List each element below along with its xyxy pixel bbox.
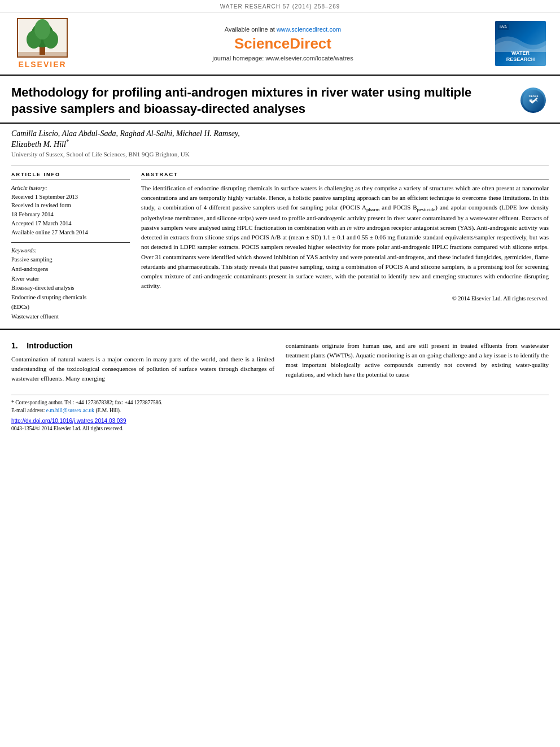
section-divider <box>11 165 549 166</box>
keyword-4: Bioassay-directed analysis <box>11 283 130 293</box>
intro-left-col: 1. Introduction Contamination of natural… <box>11 341 274 383</box>
header-center: Available online at www.sciencedirect.co… <box>79 18 487 69</box>
page-wrapper: WATER RESEARCH 57 (2014) 258–269 <box>0 0 560 431</box>
water-research-text: WATERRESEARCH <box>506 50 535 63</box>
journal-url: www.elsevier.com/locate/watres <box>265 55 353 62</box>
received-revised-label: Received in revised form <box>11 201 130 210</box>
abstract-text: The identification of endocrine disrupti… <box>141 184 549 291</box>
authors-line: Camilla Liscio, Alaa Abdul-Sada, Raghad … <box>11 129 549 149</box>
journal-homepage: journal homepage: www.elsevier.com/locat… <box>79 55 487 62</box>
journal-citation: WATER RESEARCH 57 (2014) 258–269 <box>220 3 340 10</box>
email-name: (E.M. Hill). <box>95 408 121 413</box>
abstract-copyright: © 2014 Elsevier Ltd. All rights reserved… <box>141 295 549 302</box>
doi-line: http://dx.doi.org/10.1016/j.watres.2014.… <box>11 418 549 424</box>
affiliation-line: University of Sussex, School of Life Sci… <box>11 151 549 158</box>
authors-text: Camilla Liscio, Alaa Abdul-Sada, Raghad … <box>11 129 240 138</box>
main-content: 1. Introduction Contamination of natural… <box>0 329 560 389</box>
crossmark-badge: Cross Mark <box>520 85 549 113</box>
intro-left-text: Contamination of natural waters is a maj… <box>11 355 274 383</box>
keywords-divider <box>11 242 130 243</box>
article-main-title: Methodology for profiling anti-androgen … <box>11 85 515 117</box>
abstract-label: ABSTRACT <box>141 172 549 177</box>
section-heading: Introduction <box>27 341 73 350</box>
doi-link[interactable]: http://dx.doi.org/10.1016/j.watres.2014.… <box>11 418 126 424</box>
article-title-text: Methodology for profiling anti-androgen … <box>11 85 515 117</box>
article-title-section: Methodology for profiling anti-androgen … <box>0 76 560 124</box>
svg-point-5 <box>34 19 50 40</box>
keyword-3: River water <box>11 274 130 284</box>
issn-line: 0043-1354/© 2014 Elsevier Ltd. All right… <box>11 426 549 431</box>
received-1: Received 1 September 2013 <box>11 193 130 202</box>
sciencedirect-title: ScienceDirect <box>79 35 487 53</box>
intro-right-col: contaminants originate from human use, a… <box>286 341 549 383</box>
svg-text:Cross: Cross <box>528 94 539 98</box>
wr-logo-box: IWA WATERRESEARCH <box>495 21 546 66</box>
accepted-date: Accepted 17 March 2014 <box>11 219 130 228</box>
journal-header: ELSEVIER Available online at www.science… <box>0 12 560 76</box>
corresponding-note: * Corresponding author. Tel.: +44 127367… <box>11 400 163 405</box>
keywords-label: Keywords: <box>11 246 130 255</box>
keyword-6: Wastewater effluent <box>11 312 130 322</box>
article-info-column: ARTICLE INFO Article history: Received 1… <box>11 172 130 322</box>
water-research-logo: IWA WATERRESEARCH <box>492 18 549 69</box>
crossmark-circle: Cross Mark <box>520 88 546 113</box>
article-info-label: ARTICLE INFO <box>11 172 130 177</box>
section-number: 1. <box>11 341 18 350</box>
sciencedirect-url-link[interactable]: www.sciencedirect.com <box>277 26 341 33</box>
journal-topbar: WATER RESEARCH 57 (2014) 258–269 <box>0 0 560 12</box>
keyword-5: Endocrine disrupting chemicals(EDCs) <box>11 293 130 312</box>
available-online-date: Available online 27 March 2014 <box>11 228 130 237</box>
authors-section: Camilla Liscio, Alaa Abdul-Sada, Raghad … <box>0 124 560 160</box>
keyword-2: Anti-androgens <box>11 265 130 274</box>
footnote-text: * Corresponding author. Tel.: +44 127367… <box>11 399 549 415</box>
keyword-1: Passive sampling <box>11 255 130 265</box>
elsevier-logo: ELSEVIER <box>11 18 73 69</box>
article-history-label: Article history: <box>11 184 130 193</box>
elsevier-tree-image <box>17 18 68 58</box>
footer-section: * Corresponding author. Tel.: +44 127367… <box>11 395 549 432</box>
keywords-section: Keywords: Passive sampling Anti-androgen… <box>11 242 130 321</box>
intro-right-text: contaminants originate from human use, a… <box>286 341 549 379</box>
email-link[interactable]: e.m.hill@sussex.ac.uk <box>46 408 94 413</box>
introduction-section: 1. Introduction Contamination of natural… <box>11 341 549 383</box>
available-online-text: Available online at www.sciencedirect.co… <box>79 26 487 33</box>
received-revised-date: 18 February 2014 <box>11 210 130 219</box>
abstract-divider <box>141 180 549 180</box>
article-info-divider <box>11 180 130 180</box>
email-label: E-mail address: <box>11 408 45 413</box>
section-title: 1. Introduction <box>11 341 274 350</box>
elsevier-text: ELSEVIER <box>18 60 66 69</box>
abstract-column: ABSTRACT The identification of endocrine… <box>141 172 549 322</box>
authors-text-2: Elizabeth M. Hill* <box>11 140 69 148</box>
article-info-abstract-section: ARTICLE INFO Article history: Received 1… <box>0 172 560 322</box>
